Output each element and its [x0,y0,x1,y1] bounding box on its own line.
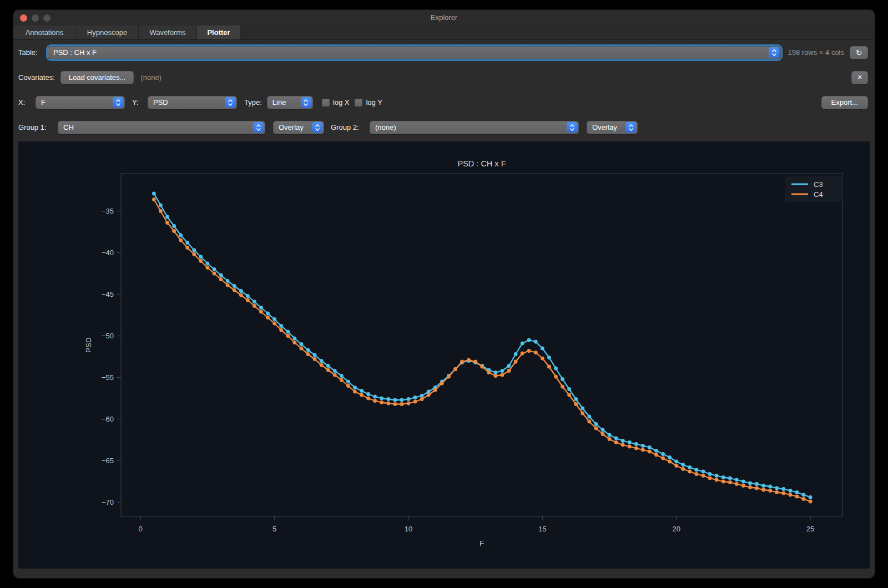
series-line-C3 [154,194,810,498]
table-select-value: PSD : CH x F [53,48,765,57]
tab-bar: Annotations Hypnoscope Waveforms Plotter [13,26,875,40]
x-axis-select[interactable]: F [36,96,125,109]
data-point [413,400,417,404]
data-point [654,449,658,453]
x-tick-label: 10 [405,525,412,533]
data-point [761,484,765,488]
data-point [561,377,564,381]
data-point [501,373,504,377]
data-point [781,487,785,491]
data-point [648,450,652,454]
data-point [514,360,518,364]
data-point [688,465,692,469]
data-point [473,360,477,364]
close-icon: ✕ [857,74,862,81]
tab-hypnoscope[interactable]: Hypnoscope [76,26,139,39]
group1-select[interactable]: CH [58,121,265,134]
title-bar: Explorer [13,10,875,26]
data-point [366,397,370,401]
tab-annotations[interactable]: Annotations [13,26,76,39]
data-point [179,239,183,242]
y-tick-label: −65 [102,457,114,465]
data-point [634,442,638,446]
refresh-button[interactable]: ↻ [850,46,868,59]
data-point [185,246,189,250]
table-row: Table: PSD : CH x F 198 rows × 4 cols ↻ [18,40,868,65]
data-point [300,342,304,346]
y-tick-label: −35 [102,207,114,215]
log-y-label: log Y [366,98,382,107]
chevron-up-down-icon [113,97,123,108]
data-point [273,317,276,321]
data-point [621,439,625,443]
data-point [601,428,605,432]
table-shape-info: 198 rows × 4 cols [788,48,844,57]
data-point [152,192,156,196]
data-point [534,340,538,344]
data-point [735,478,739,482]
y-axis-title: PSD [84,337,93,353]
group1-label: Group 1: [18,123,58,131]
y-axis-select[interactable]: PSD [148,96,237,109]
data-point [192,249,196,252]
data-point [253,300,256,304]
data-point [768,485,772,489]
log-y-checkbox[interactable] [355,99,362,107]
data-point [326,368,330,372]
series-line-C4 [154,200,810,502]
data-point [340,374,344,378]
data-point [226,279,230,283]
data-point [628,445,632,449]
plotter-controls: Table: PSD : CH x F 198 rows × 4 cols ↻ … [13,40,875,140]
close-panel-button[interactable]: ✕ [851,71,868,84]
data-point [641,448,645,452]
group2-select[interactable]: (none) [370,121,579,134]
y-tick-label: −40 [102,249,114,257]
data-point [775,486,779,490]
data-point [393,398,397,402]
chevron-up-down-icon [312,122,322,133]
data-point [279,324,283,328]
data-point [702,474,705,478]
chevron-up-down-icon [225,97,235,108]
data-point [654,453,658,457]
group2-mode-value: Overlay [592,123,622,131]
data-point [695,468,699,472]
data-point [761,488,765,492]
legend-label-C3: C3 [814,180,823,189]
data-point [292,341,296,344]
data-point [407,402,411,405]
data-point [152,197,156,201]
data-point [547,365,551,369]
y-tick-label: −70 [102,498,114,506]
group2-mode-select[interactable]: Overlay [587,121,638,134]
tab-plotter[interactable]: Plotter [197,26,241,39]
data-point [741,480,745,484]
data-point [674,464,678,468]
plot-type-select[interactable]: Line [267,96,313,109]
chevron-up-down-icon [253,122,264,133]
table-select[interactable]: PSD : CH x F [48,46,781,59]
data-point [360,393,364,397]
data-point [554,375,558,379]
load-covariates-button[interactable]: Load covariates... [60,71,134,84]
data-point [333,373,337,377]
tab-waveforms[interactable]: Waveforms [139,26,197,39]
data-point [561,385,564,389]
data-point [789,489,793,493]
data-point [226,283,230,287]
covariates-row: Covariates: Load covariates... (none) ✕ [18,65,868,90]
export-button[interactable]: Export... [821,96,868,109]
data-point [809,495,813,499]
data-point [688,470,692,474]
data-point [326,364,330,368]
log-x-checkbox[interactable] [322,99,330,107]
data-point [172,229,176,233]
data-point [219,273,223,277]
table-label: Table: [18,48,48,57]
group1-mode-select[interactable]: Overlay [273,121,324,134]
data-point [521,342,524,346]
x-axis-label: X: [18,98,36,107]
data-point [453,367,457,371]
data-point [353,390,357,394]
